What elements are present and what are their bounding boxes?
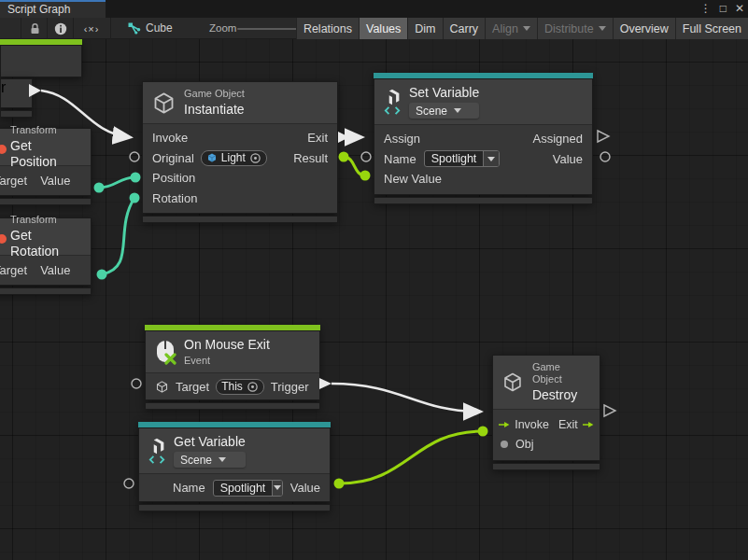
- lock-icon: [29, 22, 41, 35]
- assigned-port-label: Assigned: [533, 132, 583, 146]
- variable-name-dropdown[interactable]: Spotlight: [424, 150, 501, 167]
- port-get-position-value-out[interactable]: [94, 183, 105, 193]
- connection-trigger-to-destroy[interactable]: [332, 384, 479, 412]
- node-title: Destroy: [532, 387, 590, 403]
- value-port-label: Value: [553, 152, 583, 166]
- close-icon[interactable]: ✕: [735, 0, 744, 18]
- value-port-label: Value: [40, 174, 70, 188]
- toolbar-divider: [21, 18, 21, 39]
- node-header: [0, 45, 82, 77]
- truncated-port-label: r: [1, 79, 6, 95]
- node-title: Get Position: [10, 138, 81, 170]
- carry-button[interactable]: Carry: [443, 18, 486, 39]
- invoke-port-label: Invoke: [515, 418, 549, 431]
- connection-position-value[interactable]: [99, 177, 135, 188]
- port-rotation-in[interactable]: [130, 193, 140, 203]
- port-position-in[interactable]: [131, 173, 141, 183]
- node-get-variable[interactable]: Get Variable Scene Name Spotlight Value: [138, 422, 331, 511]
- node-title: Get Rotation: [10, 228, 81, 259]
- node-category: Game Object: [532, 361, 590, 385]
- node-destroy[interactable]: Game Object Destroy Invoke Exit: [492, 355, 600, 470]
- result-port-label: Result: [293, 151, 328, 165]
- target-object-field[interactable]: This: [216, 379, 264, 395]
- unity-logo-icon: [148, 438, 166, 455]
- graph-canvas[interactable]: r Transform Get Position Target Value: [0, 39, 748, 560]
- overview-button[interactable]: Overview: [613, 18, 675, 39]
- more-menu-icon[interactable]: ⋮: [700, 0, 712, 18]
- toolbar-divider: [110, 18, 111, 39]
- connection-value-to-obj[interactable]: [339, 431, 483, 483]
- distribute-dropdown[interactable]: Distribute: [537, 18, 613, 39]
- values-button[interactable]: Values: [359, 18, 407, 39]
- relations-button[interactable]: Relations: [296, 18, 359, 39]
- align-dropdown[interactable]: Align: [485, 18, 537, 39]
- port-trigger-out[interactable]: [29, 84, 41, 97]
- variable-name-dropdown[interactable]: Spotlight: [213, 480, 283, 497]
- node-get-rotation[interactable]: Transform Get Rotation Target Value: [0, 217, 92, 295]
- port-new-value-in[interactable]: [360, 171, 371, 181]
- object-picker-icon[interactable]: [249, 152, 261, 164]
- object-cube-icon: [206, 152, 218, 163]
- port-getvar-value-out[interactable]: [334, 479, 345, 489]
- node-footer: [0, 110, 33, 118]
- node-footer: [492, 463, 600, 470]
- tab-script-graph[interactable]: Script Graph: [0, 0, 106, 18]
- object-picker-icon[interactable]: [247, 381, 259, 393]
- port-destroy-exit-out[interactable]: [604, 405, 615, 416]
- transform-icon: [0, 145, 7, 154]
- new-value-port-label: New Value: [384, 172, 442, 186]
- node-instantiate[interactable]: Game Object Instantiate Invoke Exit Orig…: [142, 81, 338, 223]
- node-set-variable[interactable]: Set Variable Scene Assign Assigned Name: [374, 73, 593, 204]
- breadcrumb[interactable]: Cube: [146, 21, 173, 35]
- game-object-cube-icon: [155, 380, 169, 394]
- port-name-in[interactable]: [361, 152, 371, 161]
- mouse-exit-icon: [154, 339, 176, 365]
- connection-rotation-value[interactable]: [102, 198, 134, 274]
- chevron-down-icon: [523, 26, 530, 31]
- game-object-cube-icon: [151, 91, 176, 116]
- port-value-out[interactable]: [600, 152, 610, 161]
- node-partial-event-header[interactable]: [0, 39, 82, 77]
- port-event-target-in[interactable]: [132, 379, 141, 388]
- variable-scope-dropdown[interactable]: Scene: [409, 103, 479, 119]
- game-object-cube-icon: [501, 371, 524, 394]
- obj-port-label: Obj: [515, 438, 533, 451]
- node-footer: [374, 197, 593, 204]
- port-get-rotation-value-out[interactable]: [97, 270, 107, 280]
- exit-port-label: Exit: [558, 418, 578, 431]
- dim-button[interactable]: Dim: [407, 18, 442, 39]
- value-port-label: Value: [290, 481, 320, 495]
- tab-title: Script Graph: [7, 3, 70, 16]
- node-on-mouse-exit[interactable]: On Mouse Exit Event Target This: [145, 325, 320, 410]
- maximize-icon[interactable]: □: [720, 0, 727, 18]
- chevron-down-icon: [454, 108, 461, 113]
- code-brackets-icon: [384, 106, 401, 115]
- node-get-position[interactable]: Transform Get Position Target Value: [0, 128, 92, 205]
- dropdown-button[interactable]: [483, 151, 499, 166]
- lock-button[interactable]: [22, 18, 47, 39]
- port-result-out[interactable]: [339, 152, 349, 162]
- code-icon: ‹×›: [84, 23, 100, 35]
- port-trigger-out[interactable]: [319, 378, 332, 389]
- original-object-name: Light: [221, 151, 246, 164]
- port-original-in[interactable]: [130, 152, 139, 161]
- flow-arrow-icon: [499, 420, 510, 429]
- port-getvar-name-in[interactable]: [124, 479, 134, 488]
- original-object-field[interactable]: Light: [201, 150, 267, 166]
- dropdown-button[interactable]: [272, 481, 281, 496]
- port-assigned-out[interactable]: [598, 131, 609, 142]
- variable-scope-dropdown[interactable]: Scene: [174, 452, 246, 468]
- info-button[interactable]: [49, 18, 73, 39]
- port-exit-out[interactable]: [338, 132, 349, 143]
- node-footer: [0, 198, 92, 205]
- node-category: Transform: [10, 214, 81, 226]
- port-obj-in[interactable]: [478, 427, 488, 437]
- code-view-button[interactable]: ‹×›: [74, 18, 109, 39]
- graph-toolbar: ‹×› Cube Zoom 1x Relations Values Dim Ca…: [0, 18, 748, 39]
- window-controls: ⋮ □ ✕: [700, 0, 744, 18]
- fullscreen-button[interactable]: Full Screen: [675, 18, 748, 39]
- node-title: Get Variable: [174, 434, 246, 450]
- node-title: On Mouse Exit: [184, 337, 270, 353]
- graph-icon: [128, 22, 141, 35]
- node-partial-event-body[interactable]: r: [0, 78, 33, 118]
